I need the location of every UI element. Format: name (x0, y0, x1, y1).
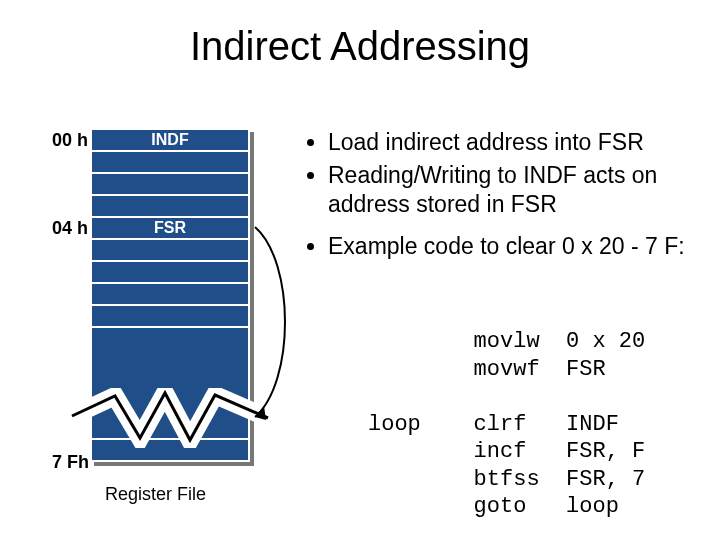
bullet-1: Load indirect address into FSR (328, 128, 710, 157)
addr-label-04: 04 h (52, 218, 88, 239)
reg-row-blank (91, 283, 249, 305)
reg-row-blank (91, 439, 249, 461)
bullet-3: Example code to clear 0 x 20 - 7 F: (328, 232, 710, 261)
reg-row-blank (91, 239, 249, 261)
reg-row-blank (91, 261, 249, 283)
fsr-pointer-arrow-icon (250, 222, 300, 422)
reg-row-indf: INDF (91, 129, 249, 151)
bullet-2: Reading/Writing to INDF acts on address … (328, 161, 710, 219)
addr-label-7f: 7 Fh (52, 452, 89, 473)
reg-row-large (91, 327, 249, 439)
reg-row-fsr: FSR (91, 217, 249, 239)
example-code: movlw 0 x 20 movwf FSR loop clrf INDF in… (368, 328, 645, 521)
addr-label-00: 00 h (52, 130, 88, 151)
page-title: Indirect Addressing (0, 24, 720, 69)
reg-row-blank (91, 173, 249, 195)
bullet-list: Load indirect address into FSR Reading/W… (306, 128, 710, 275)
register-file-caption: Register File (105, 484, 206, 505)
reg-row-blank (91, 195, 249, 217)
reg-row-blank (91, 151, 249, 173)
reg-row-blank (91, 305, 249, 327)
svg-marker-0 (255, 406, 266, 420)
register-table: INDF FSR (90, 128, 250, 462)
register-file-diagram: INDF FSR (90, 128, 250, 462)
